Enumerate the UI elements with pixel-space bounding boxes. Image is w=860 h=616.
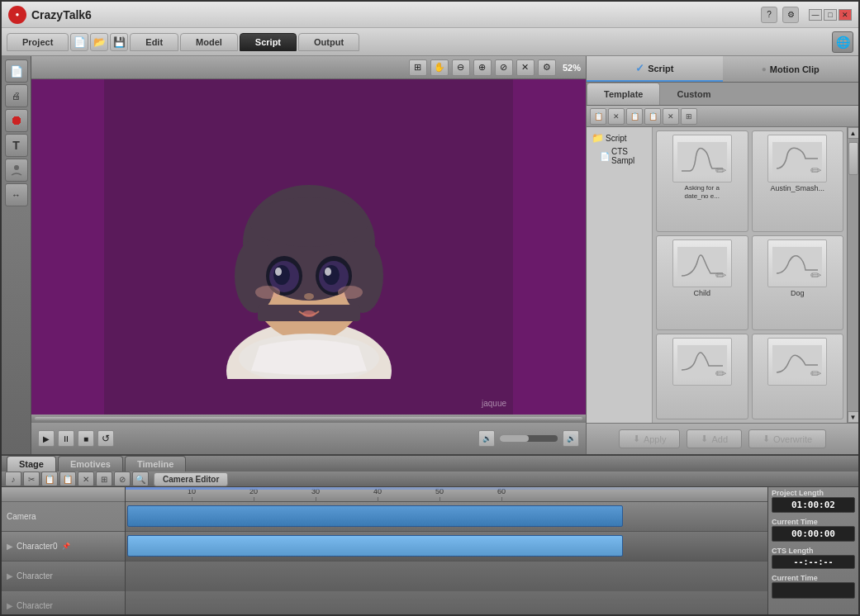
maximize-button[interactable]: □ <box>824 9 837 21</box>
tab-model[interactable]: Model <box>180 33 238 51</box>
fullscreen-icon[interactable]: ⊞ <box>409 59 427 76</box>
clip-item-4[interactable]: ✏ Dog <box>752 235 844 330</box>
svg-point-16 <box>325 268 331 276</box>
open-icon[interactable]: 📂 <box>90 33 108 51</box>
tree-item-script[interactable]: 📁 Script <box>588 130 650 145</box>
motion-clip-tab-label: Motion Clip <box>770 64 820 74</box>
ptool-6[interactable]: ⊞ <box>681 108 697 125</box>
minimize-button[interactable]: — <box>809 9 822 21</box>
close-button[interactable]: ✕ <box>839 9 852 21</box>
clip-pencil-3: ✏ <box>715 268 726 283</box>
dot-icon: ● <box>762 64 767 73</box>
zoom-in-icon[interactable]: ⊕ <box>473 59 492 76</box>
clip-item-5[interactable]: ✏ <box>656 334 748 419</box>
pause-button[interactable]: ⏸ <box>58 430 74 447</box>
grid-icon[interactable]: ⊞ <box>96 471 112 486</box>
tab-stage[interactable]: Stage <box>7 456 56 471</box>
project-length-value: 01:00:02 <box>772 497 855 513</box>
stop-button[interactable]: ■ <box>78 430 94 447</box>
scroll-track[interactable] <box>848 139 858 411</box>
timeline-tracks[interactable]: 10 20 30 40 50 <box>126 487 767 616</box>
new-icon[interactable]: 📄 <box>70 33 88 51</box>
pan-icon[interactable]: ✋ <box>430 59 449 76</box>
tab-script-panel[interactable]: ✓ Script <box>587 56 723 82</box>
volume-slider[interactable] <box>500 435 558 442</box>
subtab-template[interactable]: Template <box>587 83 660 105</box>
character-button[interactable] <box>5 159 28 182</box>
zoom-icon[interactable]: 🔍 <box>132 471 149 486</box>
ptool-5[interactable]: ✕ <box>663 108 679 125</box>
vol-up-icon[interactable]: 🔊 <box>563 430 579 447</box>
camera-track[interactable] <box>126 502 767 532</box>
settings-button[interactable]: ⚙ <box>782 7 799 23</box>
clip-item-6[interactable]: ✏ <box>752 334 844 419</box>
svg-point-19 <box>255 286 280 299</box>
right-panel: ✓ Script ● Motion Clip Template Custom 📋… <box>586 56 858 454</box>
apply-button[interactable]: ⬇ Apply <box>619 429 681 448</box>
clip-pencil-1: ✏ <box>715 163 726 178</box>
char0-arrow[interactable]: ▶ <box>7 542 13 551</box>
main-content: 📄 🖨 ⏺ T ↔ ⊞ ✋ ⊖ ⊕ ⊘ ✕ ⚙ 52% <box>2 56 858 454</box>
clip-item-1[interactable]: ✏ Asking for adate_no e... <box>656 130 748 232</box>
video-controls: ▶ ⏸ ■ ↺ 🔉 🔊 <box>31 423 586 454</box>
music-icon[interactable]: ♪ <box>5 471 21 486</box>
clip-item-3[interactable]: ✏ Child <box>656 235 748 330</box>
ptool-3[interactable]: 📋 <box>626 108 643 125</box>
overwrite-button[interactable]: ⬇ Overwrite <box>748 429 826 448</box>
save-icon[interactable]: 💾 <box>110 33 128 51</box>
tab-timeline[interactable]: Timeline <box>125 456 186 471</box>
scroll-down-arrow[interactable]: ▼ <box>848 411 859 423</box>
disable-icon[interactable]: ⊘ <box>495 59 513 76</box>
settings-view-icon[interactable]: ⚙ <box>538 59 556 76</box>
tab-motion-clip[interactable]: ● Motion Clip <box>723 56 859 82</box>
character2-track[interactable] <box>126 591 767 616</box>
tab-emotives[interactable]: Emotives <box>58 456 123 471</box>
zoom-out-icon[interactable]: ⊖ <box>452 59 470 76</box>
char2-arrow[interactable]: ▶ <box>7 601 13 610</box>
help-button[interactable]: ? <box>761 7 777 23</box>
ptool-4[interactable]: 📋 <box>644 108 661 125</box>
new-document-button[interactable]: 📄 <box>5 59 28 83</box>
vol-down-icon[interactable]: 🔉 <box>478 430 495 447</box>
loop-button[interactable]: ↺ <box>97 430 114 447</box>
clip-pencil-5: ✏ <box>715 366 726 381</box>
scroll-up-arrow[interactable]: ▲ <box>848 127 859 139</box>
clip-item-2[interactable]: ✏ Austin_Smash... <box>752 130 844 232</box>
text-button[interactable]: T <box>5 134 28 157</box>
ptool-1[interactable]: 📋 <box>590 108 606 125</box>
clip-label-1: Asking for adate_no e... <box>685 184 720 200</box>
char1-arrow[interactable]: ▶ <box>7 571 13 580</box>
subtab-custom[interactable]: Custom <box>660 83 727 105</box>
tab-edit[interactable]: Edit <box>130 33 178 51</box>
tab-output[interactable]: Output <box>298 33 359 51</box>
camera-clip[interactable] <box>127 505 623 527</box>
camera-editor-button[interactable]: Camera Editor <box>154 472 228 486</box>
no-icon[interactable]: ⊘ <box>114 471 131 486</box>
paste-icon[interactable]: 📋 <box>59 471 76 486</box>
project-length-label: Project Length <box>772 489 855 497</box>
cut-icon[interactable]: ✂ <box>23 471 40 486</box>
add-button[interactable]: ⬇ Add <box>687 429 742 448</box>
app-title: CrazyTalk6 <box>31 8 761 21</box>
svg-point-14 <box>323 265 340 285</box>
character1-track[interactable] <box>126 562 767 591</box>
tree-item-cts[interactable]: 📄 CTS Sampl <box>588 145 650 167</box>
transform-button[interactable]: ↔ <box>5 183 28 206</box>
scrubber-bar[interactable] <box>35 417 582 420</box>
close-view-icon[interactable]: ✕ <box>516 59 535 76</box>
character0-clip[interactable] <box>127 535 623 557</box>
tab-project[interactable]: Project <box>7 33 69 51</box>
right-info: Project Length 01:00:02 Current Time 00:… <box>767 487 858 616</box>
copy-icon[interactable]: 📋 <box>41 471 58 486</box>
ptool-2[interactable]: ✕ <box>608 108 625 125</box>
svg-point-17 <box>304 293 314 300</box>
tab-script[interactable]: Script <box>240 33 297 51</box>
delete-icon[interactable]: ✕ <box>78 471 94 486</box>
cts-current-label: Current Time <box>772 574 855 582</box>
timeline-scrubber[interactable] <box>31 415 586 423</box>
character0-track[interactable] <box>126 532 767 562</box>
print-button[interactable]: 🖨 <box>5 84 28 107</box>
play-button[interactable]: ▶ <box>38 430 55 447</box>
globe-button[interactable]: 🌐 <box>832 31 853 53</box>
record-button[interactable]: ⏺ <box>5 109 28 132</box>
